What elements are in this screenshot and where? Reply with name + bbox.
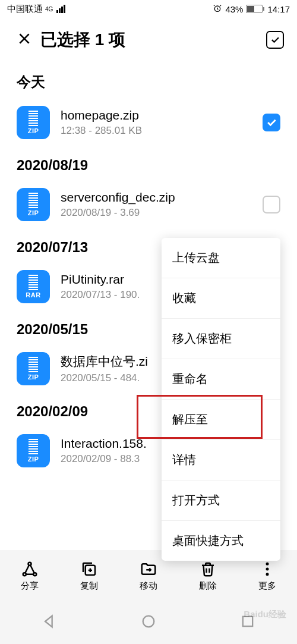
share-icon bbox=[21, 560, 39, 578]
copy-button[interactable]: 复制 bbox=[80, 560, 98, 592]
more-button[interactable]: 更多 bbox=[258, 560, 276, 592]
alarm-icon bbox=[213, 4, 222, 15]
file-meta: 2020/08/19 - 3.69 bbox=[61, 207, 252, 219]
more-icon bbox=[258, 560, 276, 578]
menu-move-to-safe[interactable]: 移入保密柜 bbox=[162, 319, 280, 359]
file-checkbox[interactable] bbox=[263, 196, 280, 213]
circle-home-icon bbox=[140, 613, 157, 630]
svg-point-3 bbox=[33, 573, 36, 576]
menu-extract-to[interactable]: 解压至 bbox=[162, 400, 280, 440]
nav-home-button[interactable] bbox=[140, 613, 157, 632]
network-label: 4G bbox=[45, 6, 53, 12]
zip-file-icon: ZIP bbox=[17, 352, 50, 385]
time-label: 14:17 bbox=[267, 4, 290, 14]
svg-point-6 bbox=[266, 567, 269, 570]
menu-details[interactable]: 详情 bbox=[162, 440, 280, 480]
context-menu: 上传云盘 收藏 移入保密柜 重命名 解压至 详情 打开方式 桌面快捷方式 bbox=[162, 238, 280, 561]
menu-rename[interactable]: 重命名 bbox=[162, 359, 280, 400]
menu-favorite[interactable]: 收藏 bbox=[162, 278, 280, 319]
menu-open-with[interactable]: 打开方式 bbox=[162, 480, 280, 521]
zip-file-icon: ZIP bbox=[17, 188, 50, 221]
triangle-back-icon bbox=[41, 613, 58, 630]
battery-icon bbox=[246, 5, 264, 13]
close-icon[interactable] bbox=[17, 30, 40, 49]
battery-pct: 43% bbox=[225, 4, 243, 14]
svg-point-5 bbox=[266, 562, 269, 565]
copy-icon bbox=[80, 560, 98, 578]
svg-point-7 bbox=[266, 573, 269, 576]
status-bar: 中国联通 4G 43% 14:17 bbox=[0, 0, 297, 18]
carrier-label: 中国联通 bbox=[7, 4, 43, 15]
move-icon bbox=[140, 560, 157, 578]
rar-file-icon: RAR bbox=[17, 270, 50, 303]
delete-button[interactable]: 删除 bbox=[199, 560, 217, 592]
file-name: homepage.zip bbox=[61, 108, 252, 122]
file-row[interactable]: ZIP serverconfig_dec.zip 2020/08/19 - 3.… bbox=[0, 181, 297, 228]
share-button[interactable]: 分享 bbox=[21, 560, 39, 592]
svg-point-1 bbox=[23, 573, 26, 576]
svg-point-2 bbox=[29, 562, 31, 565]
menu-upload-cloud[interactable]: 上传云盘 bbox=[162, 238, 280, 278]
zip-file-icon: ZIP bbox=[17, 106, 50, 139]
system-nav-bar bbox=[0, 601, 297, 644]
zip-file-icon: ZIP bbox=[17, 434, 50, 467]
menu-desktop-shortcut[interactable]: 桌面快捷方式 bbox=[162, 521, 280, 561]
section-header: 2020/08/19 bbox=[0, 146, 297, 181]
header-title: 已选择 1 项 bbox=[40, 29, 266, 51]
watermark: Baidu经验 bbox=[244, 609, 286, 620]
select-all-button[interactable] bbox=[266, 31, 284, 49]
section-header: 今天 bbox=[0, 62, 297, 99]
svg-point-8 bbox=[143, 616, 154, 627]
selection-header: 已选择 1 项 bbox=[0, 18, 297, 62]
move-button[interactable]: 移动 bbox=[140, 560, 157, 592]
file-row[interactable]: ZIP homepage.zip 12:38 - 285.01 KB bbox=[0, 99, 297, 146]
signal-icon bbox=[56, 5, 65, 13]
file-checkbox[interactable] bbox=[263, 114, 280, 131]
file-meta: 12:38 - 285.01 KB bbox=[61, 125, 252, 137]
nav-back-button[interactable] bbox=[41, 613, 58, 632]
trash-icon bbox=[199, 560, 217, 578]
file-name: serverconfig_dec.zip bbox=[61, 190, 252, 205]
